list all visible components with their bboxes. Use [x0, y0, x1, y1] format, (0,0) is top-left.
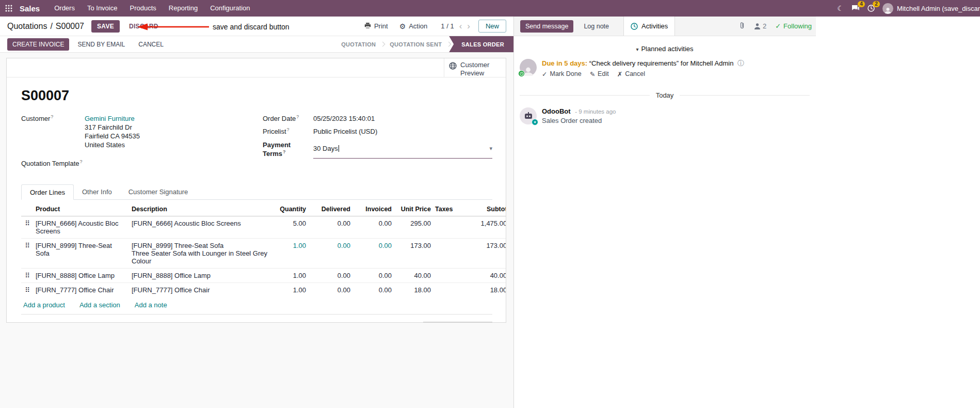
- cell-description[interactable]: [FURN_7777] Office Chair: [130, 283, 270, 297]
- terms-placeholder[interactable]: Terms and conditions...: [21, 322, 90, 323]
- odoobot-avatar[interactable]: ♥: [520, 107, 537, 124]
- table-add-links: Add a product Add a section Add a note: [21, 297, 492, 315]
- menu-orders[interactable]: Orders: [48, 0, 81, 17]
- apps-grid-icon[interactable]: [5, 5, 17, 12]
- following-button[interactable]: ✓ Following: [775, 22, 812, 30]
- edit-activity-button[interactable]: ✎Edit: [590, 70, 609, 78]
- activity-clock-icon[interactable]: 2: [867, 5, 875, 12]
- cell-product[interactable]: [FURN_7777] Office Chair: [34, 283, 130, 297]
- drag-handle-icon[interactable]: ⠿: [21, 216, 34, 239]
- cell-invoiced: 0.00: [352, 283, 394, 297]
- pager-next-icon[interactable]: ›: [467, 22, 470, 30]
- dark-mode-icon[interactable]: ☾: [837, 4, 844, 12]
- add-note-link[interactable]: Add a note: [135, 301, 167, 309]
- activity-avatar[interactable]: [520, 59, 537, 76]
- payment-terms-input[interactable]: 30 Days ▾: [313, 140, 492, 159]
- chatter-body: ▾Planned activities Due in 5 days: “Chec…: [514, 36, 816, 124]
- message-body: Sales Order created: [542, 117, 616, 124]
- printer-icon: [364, 23, 371, 29]
- pricelist-value[interactable]: Public Pricelist (USD): [313, 127, 492, 136]
- help-marker: ?: [51, 114, 53, 119]
- cancel-activity-button[interactable]: ✗Cancel: [617, 70, 645, 78]
- activity-count-badge: 2: [873, 1, 880, 7]
- pager: 1 / 1 ‹ ›: [441, 22, 470, 30]
- cell-product[interactable]: [FURN_6666] Acoustic Bloc Screens: [34, 216, 130, 239]
- state-quotation[interactable]: QUOTATION: [334, 36, 382, 52]
- action-label: Action: [409, 22, 427, 30]
- create-invoice-button[interactable]: CREATE INVOICE: [7, 38, 69, 51]
- print-button[interactable]: Print: [364, 22, 388, 30]
- new-button[interactable]: New: [478, 20, 506, 33]
- cell-description[interactable]: [FURN_8999] Three-Seat SofaThree Seater …: [130, 239, 270, 269]
- tab-customer-signature[interactable]: Customer Signature: [120, 184, 197, 199]
- help-marker: ?: [283, 149, 286, 154]
- cell-description[interactable]: [FURN_8888] Office Lamp: [130, 269, 270, 283]
- activity-actions: ✓Mark Done ✎Edit ✗Cancel: [542, 70, 744, 78]
- save-button[interactable]: SAVE: [91, 20, 120, 33]
- action-button[interactable]: ⚙ Action: [399, 22, 428, 30]
- mark-done-button[interactable]: ✓Mark Done: [542, 70, 582, 78]
- send-message-button[interactable]: Send message: [520, 20, 573, 33]
- order-date-value[interactable]: 05/25/2023 15:40:01: [313, 114, 492, 123]
- cell-taxes[interactable]: [433, 269, 463, 283]
- pager-value: 1 / 1: [441, 22, 454, 30]
- cell-description[interactable]: [FURN_6666] Acoustic Bloc Screens: [130, 216, 270, 239]
- today-divider: Today: [520, 91, 810, 99]
- order-line-row: ⠿ [FURN_7777] Office Chair [FURN_7777] O…: [21, 283, 506, 297]
- add-product-link[interactable]: Add a product: [23, 301, 65, 309]
- cell-quantity[interactable]: 1.00: [270, 283, 308, 297]
- add-section-link[interactable]: Add a section: [79, 301, 120, 309]
- dropdown-caret-icon[interactable]: ▾: [489, 145, 492, 152]
- cell-unit-price[interactable]: 40.00: [394, 269, 433, 283]
- customer-preview-button[interactable]: Customer Preview: [444, 58, 506, 77]
- drag-handle-icon[interactable]: ⠿: [21, 269, 34, 283]
- cell-unit-price[interactable]: 18.00: [394, 283, 433, 297]
- cell-product[interactable]: [FURN_8888] Office Lamp: [34, 269, 130, 283]
- menu-products[interactable]: Products: [123, 0, 162, 17]
- cell-quantity[interactable]: 5.00: [270, 216, 308, 239]
- cell-delivered: 0.00: [308, 239, 352, 269]
- state-quotation-sent[interactable]: QUOTATION SENT: [383, 36, 448, 52]
- planned-activities-header[interactable]: ▾Planned activities: [520, 45, 810, 53]
- cell-quantity[interactable]: 1.00: [270, 239, 308, 269]
- messages-icon[interactable]: 4: [852, 5, 860, 12]
- tab-order-lines[interactable]: Order Lines: [21, 184, 74, 200]
- cancel-button[interactable]: CANCEL: [133, 38, 169, 51]
- tab-other-info[interactable]: Other Info: [74, 184, 120, 199]
- menu-reporting[interactable]: Reporting: [163, 0, 204, 17]
- customer-link[interactable]: Gemini Furniture: [85, 115, 135, 122]
- state-sales-order[interactable]: SALES ORDER: [449, 36, 513, 52]
- message-author[interactable]: OdooBot: [542, 107, 571, 115]
- cell-taxes[interactable]: [433, 283, 463, 297]
- cell-unit-price[interactable]: 295.00: [394, 216, 433, 239]
- pager-prev-icon[interactable]: ‹: [459, 22, 462, 30]
- send-by-email-button[interactable]: SEND BY EMAIL: [72, 38, 130, 51]
- cell-quantity[interactable]: 1.00: [270, 269, 308, 283]
- cell-product[interactable]: [FURN_8999] Three-Seat Sofa: [34, 239, 130, 269]
- notebook-tabs: Order Lines Other Info Customer Signatur…: [21, 184, 492, 200]
- info-icon[interactable]: ⓘ: [737, 59, 744, 67]
- attachment-paperclip-icon[interactable]: [739, 22, 745, 30]
- drag-handle-icon[interactable]: ⠿: [21, 239, 34, 269]
- chevron-down-icon: ▾: [636, 46, 638, 52]
- field-groups: Customer? Gemini Furniture 317 Fairchild…: [21, 114, 492, 172]
- activity-assignee: for Mitchell Admin: [681, 59, 734, 67]
- log-note-button[interactable]: Log note: [579, 20, 614, 33]
- cell-taxes[interactable]: [433, 239, 463, 269]
- drag-handle-icon[interactable]: ⠿: [21, 283, 34, 297]
- cell-taxes[interactable]: [433, 216, 463, 239]
- form-sheet: Customer Preview S00007 Customer? Gemini…: [6, 58, 506, 323]
- menu-configuration[interactable]: Configuration: [204, 0, 256, 17]
- chatter-panel: Send message Log note Activities 2 ✓ Fol…: [514, 17, 980, 408]
- record-title: S00007: [21, 88, 492, 104]
- app-name[interactable]: Sales: [20, 4, 40, 13]
- breadcrumb-current: S00007: [56, 22, 84, 31]
- breadcrumb-quotations[interactable]: Quotations: [7, 22, 47, 31]
- cell-unit-price[interactable]: 173.00: [394, 239, 433, 269]
- user-menu[interactable]: Mitchell Admin (save_discar: [882, 3, 980, 14]
- menu-to-invoice[interactable]: To Invoice: [81, 0, 124, 17]
- cell-subtotal: 1,475.00 €: [463, 216, 506, 239]
- quotation-template-label[interactable]: Quotation Template?: [21, 159, 83, 168]
- followers-button[interactable]: 2: [754, 22, 766, 30]
- activities-tab[interactable]: Activities: [623, 17, 675, 36]
